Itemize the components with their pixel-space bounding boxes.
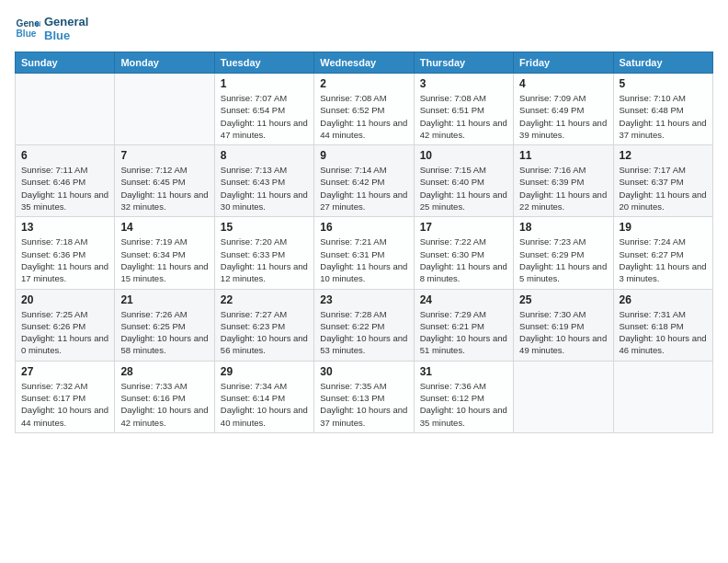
calendar-cell: 11Sunrise: 7:16 AM Sunset: 6:39 PM Dayli… <box>514 145 613 217</box>
day-detail: Sunrise: 7:32 AM Sunset: 6:17 PM Dayligh… <box>21 380 108 429</box>
calendar-cell: 27Sunrise: 7:32 AM Sunset: 6:17 PM Dayli… <box>16 361 115 432</box>
calendar-cell <box>514 361 613 432</box>
calendar-cell: 18Sunrise: 7:23 AM Sunset: 6:29 PM Dayli… <box>514 217 613 289</box>
calendar-cell: 1Sunrise: 7:07 AM Sunset: 6:54 PM Daylig… <box>214 74 313 145</box>
day-number: 8 <box>221 149 308 162</box>
calendar-cell: 15Sunrise: 7:20 AM Sunset: 6:33 PM Dayli… <box>214 217 313 289</box>
logo: General Blue General Blue <box>15 15 88 42</box>
calendar-cell: 4Sunrise: 7:09 AM Sunset: 6:49 PM Daylig… <box>514 74 613 145</box>
day-number: 7 <box>120 149 208 162</box>
calendar-cell: 14Sunrise: 7:19 AM Sunset: 6:34 PM Dayli… <box>115 217 214 289</box>
day-number: 4 <box>519 77 607 90</box>
calendar-cell: 25Sunrise: 7:30 AM Sunset: 6:19 PM Dayli… <box>514 289 613 361</box>
svg-text:Blue: Blue <box>17 29 37 39</box>
day-detail: Sunrise: 7:20 AM Sunset: 6:33 PM Dayligh… <box>221 236 308 284</box>
day-number: 21 <box>120 293 208 306</box>
calendar-cell: 24Sunrise: 7:29 AM Sunset: 6:21 PM Dayli… <box>414 289 513 361</box>
calendar-cell: 19Sunrise: 7:24 AM Sunset: 6:27 PM Dayli… <box>613 217 712 289</box>
day-detail: Sunrise: 7:07 AM Sunset: 6:54 PM Dayligh… <box>221 92 308 141</box>
calendar-cell: 8Sunrise: 7:13 AM Sunset: 6:43 PM Daylig… <box>214 145 313 217</box>
day-number: 28 <box>120 365 208 378</box>
day-number: 23 <box>320 293 407 306</box>
day-number: 30 <box>320 365 407 378</box>
day-number: 5 <box>620 77 707 90</box>
day-number: 17 <box>420 221 507 234</box>
day-detail: Sunrise: 7:34 AM Sunset: 6:14 PM Dayligh… <box>221 380 308 429</box>
calendar-cell: 29Sunrise: 7:34 AM Sunset: 6:14 PM Dayli… <box>214 361 313 432</box>
calendar-cell: 16Sunrise: 7:21 AM Sunset: 6:31 PM Dayli… <box>314 217 414 289</box>
page-header: General Blue General Blue <box>15 15 713 42</box>
day-header-thursday: Thursday <box>414 52 513 74</box>
day-number: 11 <box>519 149 607 162</box>
day-number: 14 <box>120 221 208 234</box>
calendar-week-3: 13Sunrise: 7:18 AM Sunset: 6:36 PM Dayli… <box>16 217 713 289</box>
day-detail: Sunrise: 7:22 AM Sunset: 6:30 PM Dayligh… <box>420 236 507 284</box>
day-detail: Sunrise: 7:30 AM Sunset: 6:19 PM Dayligh… <box>519 308 607 357</box>
day-number: 9 <box>320 149 407 162</box>
day-detail: Sunrise: 7:28 AM Sunset: 6:22 PM Dayligh… <box>320 308 407 357</box>
day-detail: Sunrise: 7:15 AM Sunset: 6:40 PM Dayligh… <box>420 164 507 213</box>
day-number: 12 <box>620 149 707 162</box>
calendar-cell: 13Sunrise: 7:18 AM Sunset: 6:36 PM Dayli… <box>16 217 115 289</box>
day-detail: Sunrise: 7:16 AM Sunset: 6:39 PM Dayligh… <box>519 164 607 213</box>
day-number: 2 <box>320 77 407 90</box>
day-header-sunday: Sunday <box>16 52 115 74</box>
day-number: 6 <box>21 149 108 162</box>
calendar-cell: 7Sunrise: 7:12 AM Sunset: 6:45 PM Daylig… <box>115 145 214 217</box>
day-detail: Sunrise: 7:12 AM Sunset: 6:45 PM Dayligh… <box>120 164 208 213</box>
day-detail: Sunrise: 7:10 AM Sunset: 6:48 PM Dayligh… <box>620 92 707 141</box>
logo-general: General <box>44 15 88 29</box>
calendar-cell <box>115 74 214 145</box>
day-detail: Sunrise: 7:18 AM Sunset: 6:36 PM Dayligh… <box>21 236 108 284</box>
day-number: 16 <box>320 221 407 234</box>
day-detail: Sunrise: 7:24 AM Sunset: 6:27 PM Dayligh… <box>620 236 707 284</box>
calendar-cell: 20Sunrise: 7:25 AM Sunset: 6:26 PM Dayli… <box>16 289 115 361</box>
calendar-cell: 9Sunrise: 7:14 AM Sunset: 6:42 PM Daylig… <box>314 145 414 217</box>
calendar-table: SundayMondayTuesdayWednesdayThursdayFrid… <box>15 52 713 433</box>
calendar-cell: 31Sunrise: 7:36 AM Sunset: 6:12 PM Dayli… <box>414 361 513 432</box>
calendar-cell: 2Sunrise: 7:08 AM Sunset: 6:52 PM Daylig… <box>314 74 414 145</box>
calendar-cell: 21Sunrise: 7:26 AM Sunset: 6:25 PM Dayli… <box>115 289 214 361</box>
day-number: 29 <box>221 365 308 378</box>
calendar-cell: 26Sunrise: 7:31 AM Sunset: 6:18 PM Dayli… <box>613 289 712 361</box>
calendar-cell: 23Sunrise: 7:28 AM Sunset: 6:22 PM Dayli… <box>314 289 414 361</box>
day-number: 31 <box>420 365 507 378</box>
day-number: 13 <box>21 221 108 234</box>
day-header-monday: Monday <box>115 52 214 74</box>
logo-text: General Blue <box>44 15 88 42</box>
day-header-wednesday: Wednesday <box>314 52 414 74</box>
day-header-tuesday: Tuesday <box>214 52 313 74</box>
day-detail: Sunrise: 7:23 AM Sunset: 6:29 PM Dayligh… <box>519 236 607 284</box>
day-number: 18 <box>519 221 607 234</box>
day-detail: Sunrise: 7:21 AM Sunset: 6:31 PM Dayligh… <box>320 236 407 284</box>
calendar-cell: 5Sunrise: 7:10 AM Sunset: 6:48 PM Daylig… <box>613 74 712 145</box>
day-detail: Sunrise: 7:27 AM Sunset: 6:23 PM Dayligh… <box>221 308 308 357</box>
day-number: 27 <box>21 365 108 378</box>
day-detail: Sunrise: 7:35 AM Sunset: 6:13 PM Dayligh… <box>320 380 407 429</box>
day-header-friday: Friday <box>514 52 613 74</box>
day-detail: Sunrise: 7:26 AM Sunset: 6:25 PM Dayligh… <box>120 308 208 357</box>
calendar-cell: 12Sunrise: 7:17 AM Sunset: 6:37 PM Dayli… <box>613 145 712 217</box>
calendar-cell <box>613 361 712 432</box>
calendar-cell: 22Sunrise: 7:27 AM Sunset: 6:23 PM Dayli… <box>214 289 313 361</box>
calendar-cell: 10Sunrise: 7:15 AM Sunset: 6:40 PM Dayli… <box>414 145 513 217</box>
day-detail: Sunrise: 7:09 AM Sunset: 6:49 PM Dayligh… <box>519 92 607 141</box>
day-number: 1 <box>221 77 308 90</box>
day-detail: Sunrise: 7:08 AM Sunset: 6:51 PM Dayligh… <box>420 92 507 141</box>
logo-blue: Blue <box>44 29 70 42</box>
day-number: 20 <box>21 293 108 306</box>
day-detail: Sunrise: 7:17 AM Sunset: 6:37 PM Dayligh… <box>620 164 707 213</box>
calendar-week-2: 6Sunrise: 7:11 AM Sunset: 6:46 PM Daylig… <box>16 145 713 217</box>
day-detail: Sunrise: 7:25 AM Sunset: 6:26 PM Dayligh… <box>21 308 108 357</box>
day-detail: Sunrise: 7:08 AM Sunset: 6:52 PM Dayligh… <box>320 92 407 141</box>
day-detail: Sunrise: 7:33 AM Sunset: 6:16 PM Dayligh… <box>120 380 208 429</box>
calendar-cell: 30Sunrise: 7:35 AM Sunset: 6:13 PM Dayli… <box>314 361 414 432</box>
day-detail: Sunrise: 7:13 AM Sunset: 6:43 PM Dayligh… <box>221 164 308 213</box>
day-number: 22 <box>221 293 308 306</box>
day-detail: Sunrise: 7:19 AM Sunset: 6:34 PM Dayligh… <box>120 236 208 284</box>
day-header-saturday: Saturday <box>613 52 712 74</box>
logo-icon: General Blue <box>15 16 40 41</box>
day-detail: Sunrise: 7:11 AM Sunset: 6:46 PM Dayligh… <box>21 164 108 213</box>
calendar-cell: 6Sunrise: 7:11 AM Sunset: 6:46 PM Daylig… <box>16 145 115 217</box>
calendar-cell: 3Sunrise: 7:08 AM Sunset: 6:51 PM Daylig… <box>414 74 513 145</box>
